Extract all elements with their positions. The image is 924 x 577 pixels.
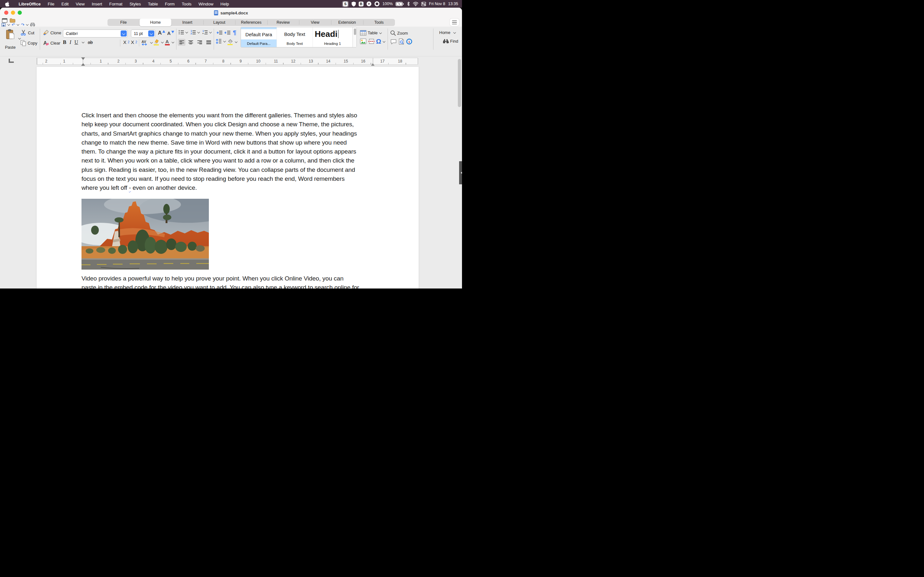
font-name-dropdown-icon[interactable] (121, 31, 127, 37)
tab-home[interactable]: Home (140, 19, 172, 26)
menu-format[interactable]: Format (105, 2, 126, 6)
wifi-icon[interactable] (413, 2, 418, 6)
tab-stop-selector[interactable] (9, 59, 14, 63)
menu-view[interactable]: View (72, 2, 88, 6)
insert-image-button[interactable] (360, 39, 367, 44)
right-indent-marker[interactable] (371, 61, 375, 66)
special-character-dropdown-icon[interactable] (383, 40, 386, 43)
align-center-button[interactable] (187, 39, 194, 46)
shield-icon[interactable] (352, 2, 356, 6)
special-character-button[interactable]: Ω (376, 38, 386, 45)
undo-dropdown-icon[interactable] (16, 23, 19, 26)
styles-gallery-scrollbar[interactable] (352, 27, 357, 47)
tab-insert[interactable]: Insert (171, 19, 204, 26)
char-spacing-dropdown-icon[interactable] (150, 41, 153, 44)
bullet-list-button[interactable] (179, 31, 188, 34)
menu-table[interactable]: Table (144, 2, 162, 6)
hanging-indent-marker[interactable] (81, 61, 85, 66)
menubar-date[interactable]: Fri Nov 8 (429, 2, 445, 6)
ring-icon[interactable] (375, 1, 380, 6)
formatting-marks-button[interactable]: ¶ (233, 29, 236, 36)
decrease-indent-button[interactable] (225, 31, 231, 35)
tab-layout[interactable]: Layout (204, 19, 236, 26)
paste-dropdown-icon[interactable] (18, 37, 21, 40)
save-dropdown-icon[interactable] (7, 23, 10, 26)
paste-button[interactable]: Paste (2, 29, 19, 50)
font-color-dropdown-icon[interactable] (171, 41, 174, 44)
numbered-list-button[interactable]: 12 (191, 31, 200, 34)
tab-review[interactable]: Review (267, 19, 299, 26)
tab-tools[interactable]: Tools (363, 19, 395, 26)
outline-list-dropdown-icon[interactable] (209, 31, 212, 34)
italic-button[interactable]: I (69, 39, 71, 45)
status-app-s-icon[interactable]: S (342, 1, 349, 7)
style-body-text[interactable]: Body Text Body Text (277, 27, 313, 47)
menu-window[interactable]: Window (195, 2, 217, 6)
subscript-button[interactable]: X2 (123, 39, 129, 45)
find-button[interactable]: Find (443, 39, 458, 44)
style-heading-1[interactable]: Headi Heading 1 (313, 27, 352, 47)
template-icon[interactable] (2, 18, 7, 23)
align-left-button[interactable] (178, 39, 186, 46)
menu-libreoffice[interactable]: LibreOffice (15, 2, 44, 6)
section-home-dropdown-icon[interactable] (453, 31, 456, 34)
title-bar[interactable]: sample4.docx (0, 8, 462, 18)
font-size-combobox[interactable]: 11 pt (131, 29, 155, 37)
underline-button[interactable]: U (74, 39, 78, 45)
line-spacing-dropdown-icon[interactable] (223, 40, 226, 43)
menu-styles[interactable]: Styles (126, 2, 144, 6)
tab-file[interactable]: File (107, 19, 140, 26)
style-default-paragraph[interactable]: Default Para Default Para... (241, 27, 277, 47)
horizontal-ruler[interactable]: 2 1 1 2 3 4 5 6 7 8 9 10 11 12 13 14 15 … (37, 58, 418, 65)
char-spacing-button[interactable]: AV (142, 39, 153, 45)
insert-comment-button[interactable] (391, 39, 397, 45)
save-icon[interactable] (1, 23, 6, 27)
paragraph-background-button[interactable] (227, 39, 238, 45)
table-dropdown-icon[interactable] (379, 31, 382, 35)
vertical-scrollbar-thumb[interactable] (458, 59, 461, 107)
print-preview-button[interactable] (399, 39, 404, 45)
justify-button[interactable] (205, 39, 212, 46)
cut-button[interactable]: Cut (21, 30, 34, 36)
bluetooth-icon[interactable] (407, 2, 410, 6)
tab-references[interactable]: References (235, 19, 267, 26)
superscript-button[interactable]: X2 (131, 39, 137, 45)
apple-logo-icon[interactable] (5, 2, 9, 6)
insert-table-button[interactable]: Table (360, 30, 382, 35)
underline-dropdown-icon[interactable] (81, 41, 85, 44)
status-app-b-icon[interactable]: B (359, 2, 363, 6)
menu-help[interactable]: Help (217, 2, 233, 6)
outline-list-button[interactable]: 1• (202, 31, 212, 34)
menu-file[interactable]: File (44, 2, 58, 6)
menu-tools[interactable]: Tools (178, 2, 195, 6)
menubar-toggle-button[interactable] (450, 19, 459, 26)
zoom-button[interactable]: Zoom (390, 30, 408, 36)
font-name-combobox[interactable]: Calibri (63, 29, 128, 37)
section-home-dropdown[interactable]: Home (439, 30, 456, 35)
copy-button[interactable]: Copy (21, 40, 37, 46)
paragraph-background-dropdown-icon[interactable] (234, 40, 238, 44)
grow-font-button[interactable]: A (158, 30, 165, 36)
tab-view[interactable]: View (299, 19, 331, 26)
red-rock-canyon-photo[interactable] (81, 199, 209, 269)
align-right-button[interactable] (196, 39, 204, 46)
paragraph-1[interactable]: Click Insert and then choose the element… (81, 111, 375, 193)
bullet-list-dropdown-icon[interactable] (185, 31, 188, 34)
document-view[interactable]: Click Insert and then choose the element… (0, 66, 462, 288)
highlight-dropdown-icon[interactable] (161, 41, 164, 44)
paragraph-2[interactable]: Video provides a powerful way to help yo… (81, 274, 375, 288)
strikethrough-button[interactable]: ab (88, 40, 93, 45)
print-icon[interactable] (30, 23, 35, 27)
sidebar-collapse-handle[interactable] (459, 161, 462, 184)
tab-extension[interactable]: Extension (331, 19, 363, 26)
font-size-dropdown-icon[interactable] (148, 31, 154, 37)
menu-edit[interactable]: Edit (58, 2, 72, 6)
menu-form[interactable]: Form (162, 2, 178, 6)
highlight-color-button[interactable] (153, 39, 164, 45)
increase-indent-button[interactable] (216, 31, 223, 35)
document-page[interactable]: Click Insert and then choose the element… (37, 67, 419, 288)
clear-formatting-button[interactable]: A Clear (43, 40, 60, 46)
font-color-button[interactable]: A (165, 39, 174, 45)
insert-page-break-button[interactable] (368, 39, 375, 44)
clone-formatting-button[interactable]: Clone (43, 30, 61, 36)
